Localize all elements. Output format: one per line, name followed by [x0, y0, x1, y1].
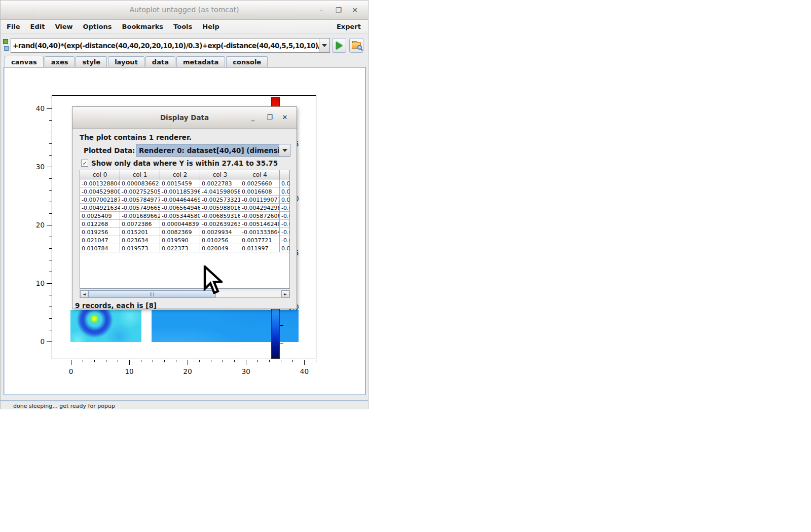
table-cell[interactable]: -0.005749665... [120, 204, 160, 212]
table-header-cell[interactable]: col 3 [200, 170, 240, 179]
dialog-minimize-icon[interactable]: _ [247, 112, 259, 123]
table-cell[interactable]: 0.0015459 [160, 179, 200, 187]
tab-axes[interactable]: axes [45, 56, 75, 67]
uri-input[interactable]: +rand(40,40)*(exp(-distance(40,40,20,20,… [11, 38, 319, 53]
inspect-button[interactable] [349, 38, 363, 53]
table-cell[interactable]: 0.012268 [80, 220, 120, 228]
tab-metadata[interactable]: metadata [176, 56, 225, 67]
menu-tools[interactable]: Tools [168, 23, 197, 30]
table-cell[interactable]: 0.019256 [80, 228, 120, 236]
close-icon[interactable]: ✕ [349, 5, 361, 16]
table-cell[interactable]: 0.0022783 [200, 179, 240, 187]
table-row[interactable]: 0.0025409-0.001689662...-0.005344580...-… [80, 212, 289, 220]
table-cell[interactable]: 0.00 [280, 179, 290, 187]
table-cell[interactable]: -0.001199077... [240, 196, 280, 204]
horizontal-scrollbar[interactable]: ◄ ► [80, 290, 290, 298]
uri-dropdown-button[interactable] [319, 38, 330, 53]
dialog-maximize-icon[interactable]: ❐ [264, 112, 275, 123]
table-cell[interactable]: -0.004921634... [80, 204, 120, 212]
table-cell[interactable]: -0.002639263... [200, 220, 240, 228]
menu-options[interactable]: Options [78, 23, 117, 30]
tab-canvas[interactable]: canvas [5, 56, 44, 67]
table-cell[interactable]: -0.005988016... [200, 204, 240, 212]
scroll-right-button[interactable]: ► [281, 290, 289, 297]
tab-layout[interactable]: layout [108, 56, 144, 67]
table-cell[interactable]: -0.005146240... [240, 220, 280, 228]
table-row[interactable]: -0.004529800...-0.002752505...-0.0011853… [80, 187, 289, 196]
tab-style[interactable]: style [76, 56, 107, 67]
table-cell[interactable]: -4.041598058... [200, 187, 240, 196]
filter-checkbox[interactable]: ✓ [81, 160, 88, 167]
go-button[interactable] [332, 38, 346, 53]
window-titlebar[interactable]: Autoplot untagged (as tomcat) – ❐ ✕ [1, 1, 368, 20]
menu-bookmarks[interactable]: Bookmarks [117, 23, 169, 30]
table-row[interactable]: -0.001328804...0.0000836620.00154590.002… [80, 179, 289, 187]
minimize-icon[interactable]: – [315, 5, 327, 16]
table-cell[interactable]: 0.022373 [160, 244, 200, 252]
table-cell[interactable]: -0.006859316... [200, 212, 240, 220]
table-cell[interactable]: -0.006564946... [160, 204, 200, 212]
maximize-icon[interactable]: ❐ [333, 5, 345, 16]
table-cell[interactable]: 0.010784 [80, 244, 120, 252]
table-cell[interactable]: -0.0 [280, 220, 290, 228]
table-row[interactable]: 0.0192560.0152010.00823690.0029934-0.001… [80, 228, 289, 236]
table-cell[interactable]: -0.004464469... [160, 196, 200, 204]
menu-help[interactable]: Help [197, 23, 224, 30]
table-header-cell[interactable]: col 2 [160, 170, 200, 179]
table-cell[interactable]: 0.0082369 [160, 228, 200, 236]
table-cell[interactable]: 0.0037721 [240, 236, 280, 244]
table-cell[interactable]: 0.00 [280, 187, 290, 196]
table-cell[interactable]: -0.004294298... [240, 204, 280, 212]
menu-edit[interactable]: Edit [25, 23, 50, 30]
menu-view[interactable]: View [50, 23, 78, 30]
table-cell[interactable]: 0.015201 [120, 228, 160, 236]
table-cell[interactable]: 0.00 [280, 196, 290, 204]
table-cell[interactable]: 0.010256 [200, 236, 240, 244]
table-cell[interactable]: -0.0 [280, 204, 290, 212]
dialog-close-icon[interactable]: ✕ [279, 112, 290, 123]
combo-arrow-button[interactable] [279, 144, 290, 156]
table-header-cell[interactable] [280, 170, 290, 179]
table-cell[interactable]: 0.023634 [120, 236, 160, 244]
table-row[interactable]: 0.0210470.0236340.0195900.0102560.003772… [80, 236, 289, 244]
table-cell[interactable]: -0.002752505... [120, 187, 160, 196]
table-cell[interactable]: -0.001328804... [80, 179, 120, 187]
table-cell[interactable]: -0.005872606... [240, 212, 280, 220]
table-cell[interactable]: -0.002573321... [200, 196, 240, 204]
scrollbar-thumb[interactable] [88, 290, 216, 297]
scrollbar-track[interactable] [88, 290, 281, 297]
table-row[interactable]: -0.007002187...-0.005784977...-0.0044644… [80, 196, 289, 204]
table-cell[interactable]: -0.0 [280, 236, 290, 244]
table-header-cell[interactable]: col 1 [120, 170, 160, 179]
tab-data[interactable]: data [145, 56, 175, 67]
table-cell[interactable]: -0.0 [280, 212, 290, 220]
table-cell[interactable]: 0.020049 [200, 244, 240, 252]
table-cell[interactable]: 0.019590 [160, 236, 200, 244]
table-cell[interactable]: -0.007002187... [80, 196, 120, 204]
scroll-left-button[interactable]: ◄ [80, 290, 88, 297]
tab-console[interactable]: console [226, 56, 268, 67]
table-cell[interactable]: -0.005784977... [120, 196, 160, 204]
table-cell[interactable]: 0.011997 [240, 244, 280, 252]
table-row[interactable]: 0.0107840.0195730.0223730.0200490.011997… [80, 244, 289, 252]
table-cell[interactable]: 0.0025409 [80, 212, 120, 220]
table-cell[interactable]: -0.005344580... [160, 212, 200, 220]
menu-file[interactable]: File [1, 23, 25, 30]
expert-menu[interactable]: Expert [337, 23, 368, 30]
table-row[interactable]: 0.0122680.00723860.000044839-0.002639263… [80, 220, 289, 228]
table-cell[interactable]: 0.000044839 [160, 220, 200, 228]
table-cell[interactable]: -0.0 [280, 228, 290, 236]
table-cell[interactable]: 0.0016608 [240, 187, 280, 196]
table-cell[interactable]: 0.00 [280, 244, 290, 252]
table-cell[interactable]: -0.001689662... [120, 212, 160, 220]
table-header-cell[interactable]: col 0 [80, 170, 120, 179]
table-row[interactable]: -0.004921634...-0.005749665...-0.0065649… [80, 204, 289, 212]
table-cell[interactable]: -0.001185396... [160, 187, 200, 196]
table-cell[interactable]: 0.000083662 [120, 179, 160, 187]
table-cell[interactable]: 0.0025660 [240, 179, 280, 187]
table-cell[interactable]: 0.021047 [80, 236, 120, 244]
plotted-data-combo[interactable]: Renderer 0: dataset[40,40] (dimension... [136, 144, 290, 157]
table-header-cell[interactable]: col 4 [240, 170, 280, 179]
table-cell[interactable]: 0.0072386 [120, 220, 160, 228]
table-cell[interactable]: 0.0029934 [200, 228, 240, 236]
